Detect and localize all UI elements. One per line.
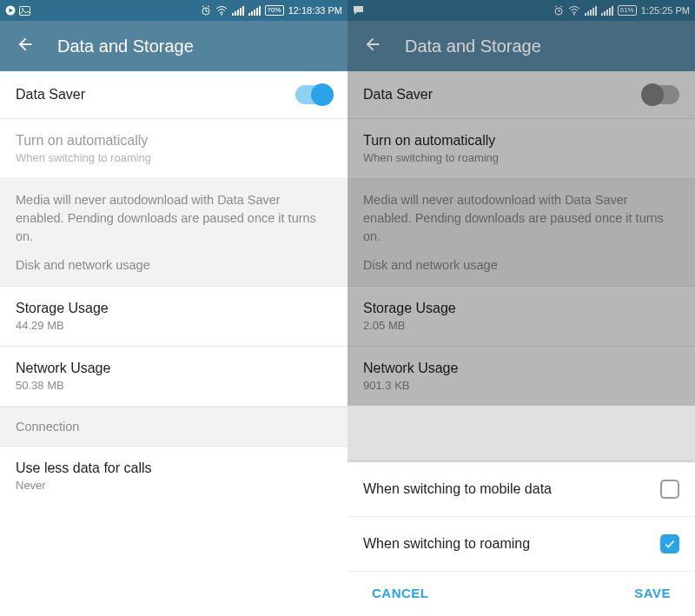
storage-usage-value: 2.05 MB — [363, 319, 679, 332]
data-saver-row[interactable]: Data Saver — [0, 71, 348, 119]
signal1-icon — [232, 6, 244, 16]
svg-rect-2 — [20, 6, 30, 15]
storage-usage-title: Storage Usage — [16, 301, 332, 316]
data-saver-toggle[interactable] — [643, 85, 679, 104]
network-usage-row[interactable]: Network Usage 50.38 MB — [0, 347, 348, 407]
svg-point-15 — [573, 13, 575, 15]
data-saver-label: Data Saver — [363, 87, 433, 103]
svg-point-9 — [221, 13, 222, 15]
data-saver-row[interactable]: Data Saver — [348, 71, 695, 119]
less-data-row[interactable]: Use less data for calls Never — [0, 447, 348, 506]
network-usage-title: Network Usage — [16, 361, 332, 376]
option-roaming[interactable]: When switching to roaming — [348, 517, 695, 572]
alarm-icon — [553, 5, 564, 16]
status-bar: 70% 12:18:33 PM — [0, 0, 348, 21]
battery-level: 61% — [618, 5, 637, 16]
battery-level: 70% — [265, 5, 284, 16]
play-icon — [5, 5, 16, 16]
app-bar: Data and Storage — [348, 21, 695, 71]
disk-network-header: Disk and network usage — [363, 258, 679, 272]
info-block: Media will never autodownload with Data … — [0, 179, 348, 287]
data-saver-toggle[interactable] — [295, 85, 332, 104]
save-button[interactable]: SAVE — [634, 586, 671, 600]
clock-text: 12:18:33 PM — [288, 5, 342, 16]
svg-line-8 — [208, 6, 209, 7]
option-mobile-data[interactable]: When switching to mobile data — [348, 462, 695, 517]
status-bar: 61% 1:25:25 PM — [348, 0, 695, 21]
signal1-icon — [585, 6, 597, 16]
connection-header: Connection — [0, 407, 348, 447]
network-usage-title: Network Usage — [363, 361, 679, 376]
disk-network-header: Disk and network usage — [16, 258, 332, 272]
auto-on-row[interactable]: Turn on automatically When switching to … — [0, 119, 348, 179]
storage-usage-row[interactable]: Storage Usage 2.05 MB — [348, 287, 695, 347]
alarm-icon — [201, 5, 211, 16]
auto-on-title: Turn on automatically — [16, 133, 332, 149]
network-usage-row[interactable]: Network Usage 901.3 KB — [348, 347, 695, 406]
svg-line-7 — [202, 6, 204, 7]
less-data-title: Use less data for calls — [16, 460, 332, 476]
svg-line-14 — [560, 6, 562, 7]
info-text: Media will never autodownload with Data … — [16, 191, 332, 246]
content: Data Saver Turn on automatically When sw… — [348, 71, 695, 616]
dialog-actions: CANCEL SAVE — [348, 572, 695, 616]
svg-point-3 — [22, 8, 23, 10]
phone-right: 61% 1:25:25 PM Data and Storage Data Sav… — [348, 0, 695, 616]
auto-on-title: Turn on automatically — [363, 133, 679, 149]
info-text: Media will never autodownload with Data … — [363, 191, 679, 246]
info-block: Media will never autodownload with Data … — [348, 179, 695, 287]
network-usage-value: 901.3 KB — [363, 379, 679, 392]
less-data-value: Never — [16, 479, 332, 492]
signal2-icon — [601, 6, 613, 16]
app-bar: Data and Storage — [0, 21, 348, 71]
cancel-button[interactable]: CANCEL — [372, 586, 429, 600]
page-title: Data and Storage — [57, 36, 194, 56]
auto-on-row[interactable]: Turn on automatically When switching to … — [348, 119, 695, 179]
data-saver-label: Data Saver — [16, 87, 85, 103]
page-title: Data and Storage — [405, 36, 541, 56]
content: Data Saver Turn on automatically When sw… — [0, 71, 348, 616]
option-mobile-label: When switching to mobile data — [363, 481, 552, 497]
storage-usage-title: Storage Usage — [363, 301, 679, 316]
auto-on-sub: When switching to roaming — [363, 151, 679, 164]
wifi-icon — [568, 6, 580, 16]
network-usage-value: 50.38 MB — [16, 379, 332, 392]
back-icon[interactable] — [16, 35, 35, 57]
back-icon[interactable] — [363, 35, 382, 57]
signal2-icon — [248, 6, 261, 16]
phone-left: 70% 12:18:33 PM Data and Storage Data Sa… — [0, 0, 348, 616]
storage-usage-value: 44.29 MB — [16, 319, 332, 332]
auto-on-sub: When switching to roaming — [16, 151, 332, 164]
option-roaming-label: When switching to roaming — [363, 536, 530, 552]
wifi-icon — [215, 6, 228, 16]
chat-icon — [353, 5, 364, 16]
storage-usage-row[interactable]: Storage Usage 44.29 MB — [0, 287, 348, 347]
clock-text: 1:25:25 PM — [641, 5, 690, 16]
auto-on-dialog: When switching to mobile data When switc… — [348, 462, 695, 616]
checkbox-mobile[interactable] — [660, 480, 679, 499]
image-icon — [19, 6, 30, 16]
checkbox-roaming[interactable] — [660, 534, 679, 553]
svg-line-13 — [555, 6, 557, 7]
